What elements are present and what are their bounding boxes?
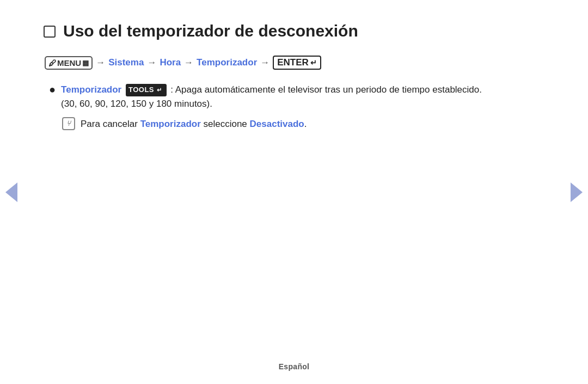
- tools-label: TOOLS: [128, 84, 154, 95]
- bullet-section: ● Temporizador TOOLS ↵ : Apaga automátic…: [49, 83, 490, 131]
- enter-arrow-icon: ↵: [310, 58, 317, 67]
- checkbox-icon: [44, 26, 56, 38]
- note-symbol: ⑂: [66, 119, 71, 127]
- menu-step-sistema: Sistema: [108, 57, 144, 68]
- note-suffix: .: [304, 119, 307, 129]
- nav-right-button[interactable]: [571, 182, 583, 202]
- tools-badge: TOOLS ↵: [126, 84, 167, 96]
- arrow-2: →: [147, 57, 156, 68]
- page-title: Uso del temporizador de desconexión: [63, 22, 358, 40]
- enter-label: ENTER: [277, 57, 309, 68]
- enter-box: ENTER ↵: [273, 56, 321, 70]
- menu-label: MENU: [57, 58, 81, 68]
- bullet-description: : Apaga automáticamente el televisor tra…: [61, 84, 482, 109]
- temporizador-blue-label: Temporizador: [61, 84, 121, 95]
- note-prefix: Para cancelar: [81, 119, 140, 129]
- note-text: Para cancelar Temporizador seleccione De…: [81, 117, 307, 131]
- menu-path: 🖊 MENU ▩ → Sistema → Hora → Temporizador…: [45, 56, 490, 70]
- menu-step-temporizador: Temporizador: [197, 57, 257, 68]
- arrow-1: →: [96, 57, 105, 68]
- bullet-text: Temporizador TOOLS ↵ : Apaga automáticam…: [61, 83, 490, 112]
- menu-hand-icon: 🖊: [48, 58, 57, 68]
- note-middle: seleccione: [201, 119, 250, 129]
- note-temporizador-blue: Temporizador: [140, 119, 201, 129]
- bullet-item: ● Temporizador TOOLS ↵ : Apaga automátic…: [49, 83, 490, 112]
- arrow-4: →: [260, 57, 270, 68]
- menu-step-hora: Hora: [160, 57, 181, 68]
- note-desactivado-blue: Desactivado: [250, 119, 304, 129]
- note-icon: ⑂: [62, 117, 75, 130]
- tools-enter-icon: ↵: [155, 85, 164, 95]
- menu-icon: 🖊 MENU ▩: [45, 56, 93, 70]
- arrow-3: →: [184, 57, 193, 68]
- footer-language: Español: [279, 362, 310, 371]
- menu-grid-icon: ▩: [82, 59, 89, 67]
- nav-left-button[interactable]: [5, 182, 17, 202]
- note-item: ⑂ Para cancelar Temporizador seleccione …: [62, 117, 490, 131]
- bullet-dot: ●: [49, 83, 56, 96]
